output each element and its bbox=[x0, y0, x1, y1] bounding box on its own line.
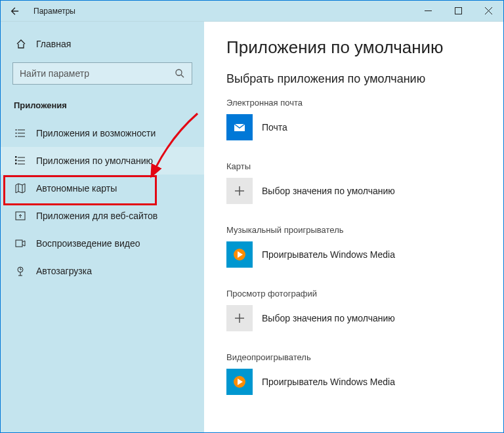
plus-icon bbox=[226, 178, 253, 204]
web-app-icon bbox=[14, 210, 27, 222]
list-icon bbox=[14, 127, 27, 139]
startup-icon bbox=[14, 265, 27, 277]
category-photos: Просмотр фотографий Выбор значения по ум… bbox=[226, 289, 485, 331]
svg-rect-17 bbox=[15, 163, 17, 165]
video-icon bbox=[14, 237, 27, 249]
svg-point-11 bbox=[16, 136, 17, 137]
sidebar-item-apps-features[interactable]: Приложения и возможности bbox=[1, 119, 204, 147]
category-label: Просмотр фотографий bbox=[226, 289, 485, 299]
wmp-icon bbox=[226, 241, 253, 268]
close-button[interactable] bbox=[473, 1, 503, 22]
category-label: Видеопроигрыватель bbox=[226, 352, 485, 362]
svg-rect-19 bbox=[16, 240, 22, 247]
svg-point-10 bbox=[16, 133, 17, 134]
default-app-selector[interactable]: Почта bbox=[226, 114, 485, 140]
minimize-icon bbox=[425, 7, 432, 14]
minimize-button[interactable] bbox=[413, 1, 443, 22]
plus-icon bbox=[226, 305, 253, 331]
sidebar-item-label: Приложения по умолчанию bbox=[36, 155, 153, 166]
sidebar-item-label: Приложения для веб-сайтов bbox=[36, 211, 158, 221]
sidebar-item-web-apps[interactable]: Приложения для веб-сайтов bbox=[1, 202, 204, 230]
maximize-icon bbox=[455, 7, 462, 14]
svg-point-4 bbox=[176, 70, 182, 75]
sidebar-item-label: Воспроизведение видео bbox=[36, 238, 140, 249]
search-icon bbox=[175, 68, 185, 79]
svg-line-5 bbox=[181, 75, 184, 77]
default-app-selector[interactable]: Проигрыватель Windows Media bbox=[226, 241, 485, 268]
home-label: Главная bbox=[36, 39, 71, 49]
close-icon bbox=[485, 7, 492, 14]
main-content: Приложения по умолчанию Выбрать приложен… bbox=[204, 22, 503, 432]
app-name: Проигрыватель Windows Media bbox=[262, 377, 395, 387]
category-label: Электронная почта bbox=[226, 98, 485, 108]
page-subtitle: Выбрать приложения по умолчанию bbox=[226, 72, 485, 86]
mail-icon bbox=[226, 114, 253, 140]
category-music: Музыкальный проигрыватель Проигрыватель … bbox=[226, 225, 485, 268]
wmp-icon bbox=[226, 369, 253, 395]
app-name: Проигрыватель Windows Media bbox=[262, 249, 395, 260]
page-title: Приложения по умолчанию bbox=[226, 37, 485, 58]
svg-rect-1 bbox=[455, 8, 461, 14]
home-nav[interactable]: Главная bbox=[1, 33, 204, 54]
window-title: Параметры bbox=[33, 7, 413, 16]
search-box[interactable] bbox=[12, 62, 192, 85]
sidebar-item-startup[interactable]: Автозагрузка bbox=[1, 257, 204, 285]
svg-point-9 bbox=[16, 129, 17, 131]
app-name: Выбор значения по умолчанию bbox=[262, 186, 395, 196]
back-arrow-icon bbox=[10, 7, 19, 16]
search-input[interactable] bbox=[20, 68, 175, 79]
app-name: Выбор значения по умолчанию bbox=[262, 313, 395, 323]
map-icon bbox=[14, 182, 27, 194]
home-icon bbox=[15, 39, 27, 49]
defaults-icon bbox=[14, 155, 27, 167]
category-video: Видеопроигрыватель Проигрыватель Windows… bbox=[226, 352, 485, 395]
svg-rect-15 bbox=[15, 156, 17, 158]
category-maps: Карты Выбор значения по умолчанию bbox=[226, 161, 485, 204]
app-name: Почта bbox=[262, 122, 287, 133]
maximize-button[interactable] bbox=[443, 1, 473, 22]
default-app-selector[interactable]: Выбор значения по умолчанию bbox=[226, 178, 485, 204]
sidebar-item-label: Автозагрузка bbox=[36, 266, 92, 276]
default-app-selector[interactable]: Выбор значения по умолчанию bbox=[226, 305, 485, 331]
sidebar-item-label: Приложения и возможности bbox=[36, 128, 156, 138]
sidebar-section-label: Приложения bbox=[1, 93, 204, 119]
sidebar: Главная Приложения Приложения и возможно… bbox=[1, 22, 204, 432]
sidebar-item-offline-maps[interactable]: Автономные карты bbox=[1, 175, 204, 202]
default-app-selector[interactable]: Проигрыватель Windows Media bbox=[226, 369, 485, 395]
category-email: Электронная почта Почта bbox=[226, 98, 485, 140]
titlebar: Параметры bbox=[1, 1, 503, 22]
category-label: Карты bbox=[226, 161, 485, 171]
back-button[interactable] bbox=[1, 1, 28, 21]
svg-rect-16 bbox=[15, 159, 17, 161]
sidebar-item-label: Автономные карты bbox=[36, 183, 117, 194]
sidebar-item-default-apps[interactable]: Приложения по умолчанию bbox=[1, 147, 204, 175]
category-label: Музыкальный проигрыватель bbox=[226, 225, 485, 235]
sidebar-item-video-playback[interactable]: Воспроизведение видео bbox=[1, 230, 204, 257]
